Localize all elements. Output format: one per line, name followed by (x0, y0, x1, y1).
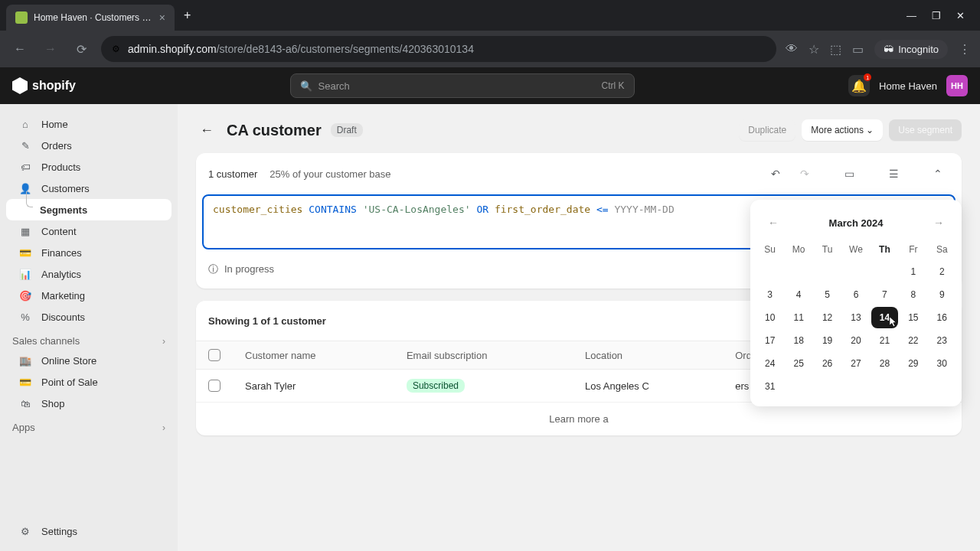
avatar[interactable]: HH (946, 75, 968, 96)
store-name[interactable]: Home Haven (879, 80, 937, 92)
calendar-day-7[interactable]: 7 (871, 284, 898, 305)
extensions-icon[interactable]: ⬚ (830, 42, 841, 57)
close-window-button[interactable]: ✕ (956, 10, 965, 21)
calendar-day-23[interactable]: 23 (929, 330, 956, 351)
row-checkbox[interactable] (208, 380, 220, 392)
calendar-day-8[interactable]: 8 (900, 284, 926, 305)
calendar-day-25[interactable]: 25 (785, 353, 812, 374)
sidebar-item-label: Online Store (41, 355, 96, 367)
learn-more-link[interactable]: Learn more a (196, 403, 962, 435)
calendar-day-30[interactable]: 30 (929, 353, 956, 374)
browser-tab[interactable]: Home Haven · Customers · Sho × (6, 5, 175, 31)
undo-button[interactable]: ↶ (764, 162, 787, 185)
panel-icon[interactable]: ▭ (852, 42, 864, 57)
sidebar-item-products[interactable]: 🏷Products (6, 156, 172, 178)
sidebar-item-shop[interactable]: 🛍Shop (6, 393, 172, 414)
reload-button[interactable]: ⟳ (70, 38, 92, 60)
channel-icon: 🛍 (18, 396, 32, 410)
sidebar-item-settings[interactable]: ⚙ Settings (6, 520, 172, 542)
bookmark-icon[interactable]: ☆ (808, 42, 819, 57)
calendar-day-13[interactable]: 13 (842, 307, 869, 328)
shopify-logo[interactable]: shopify (12, 77, 76, 94)
calendar-day-26[interactable]: 26 (814, 353, 841, 374)
logo-icon (12, 77, 28, 94)
calendar-day-12[interactable]: 12 (814, 307, 841, 328)
column-header: Location (573, 341, 723, 370)
calendar-day-18[interactable]: 18 (785, 330, 812, 351)
calendar-day-20[interactable]: 20 (842, 330, 869, 351)
calendar-day-14[interactable]: 14 (871, 307, 898, 328)
sidebar-item-content[interactable]: ▦Content (6, 220, 172, 242)
search-placeholder: Search (318, 80, 350, 92)
next-month-button[interactable]: → (929, 214, 948, 232)
search-input[interactable]: 🔍 Search Ctrl K (290, 73, 635, 98)
sidebar-item-label: Shop (41, 398, 64, 409)
calendar-day-11[interactable]: 11 (785, 307, 812, 328)
sidebar: ⌂Home✎Orders🏷Products👤CustomersSegments▦… (0, 104, 178, 551)
redo-button[interactable]: ↷ (793, 162, 816, 185)
kebab-menu-icon[interactable]: ⋮ (959, 42, 971, 57)
sidebar-item-online-store[interactable]: 🏬Online Store (6, 350, 172, 371)
filter-button[interactable]: ☰ (882, 162, 905, 185)
calendar-day-27[interactable]: 27 (842, 353, 869, 374)
tab-close-icon[interactable]: × (159, 11, 165, 24)
sidebar-item-discounts[interactable]: %Discounts (6, 306, 172, 328)
calendar-day-16[interactable]: 16 (929, 307, 956, 328)
calendar-day-29[interactable]: 29 (900, 353, 926, 374)
cell-location: Los Angeles C (573, 370, 723, 403)
new-tab-button[interactable]: + (184, 8, 191, 22)
url-domain: admin.shopify.com (128, 43, 217, 55)
sidebar-item-orders[interactable]: ✎Orders (6, 135, 172, 156)
calendar-day-4[interactable]: 4 (785, 284, 812, 305)
url-path: /store/de8143-a6/customers/segments/4203… (217, 43, 474, 55)
sales-channels-header[interactable]: Sales channels › (0, 328, 178, 350)
calendar-day-6[interactable]: 6 (842, 284, 869, 305)
calendar-day-22[interactable]: 22 (900, 330, 926, 351)
sidebar-item-segments[interactable]: Segments (6, 199, 172, 220)
chevron-right-icon: › (162, 422, 165, 433)
calendar-day-10[interactable]: 10 (756, 307, 783, 328)
url-bar[interactable]: ⚙ admin.shopify.com/store/de8143-a6/cust… (101, 36, 776, 62)
collapse-button[interactable]: ⌃ (926, 162, 949, 185)
back-button[interactable]: ← (9, 38, 31, 60)
prev-month-button[interactable]: ← (764, 214, 782, 232)
forward-button[interactable]: → (40, 38, 61, 60)
calendar-day-9[interactable]: 9 (929, 284, 956, 305)
maximize-button[interactable]: ❐ (932, 10, 941, 21)
duplicate-button[interactable]: Duplicate (739, 119, 795, 141)
notifications-button[interactable]: 🔔 1 (848, 75, 870, 96)
minimize-button[interactable]: — (906, 10, 916, 21)
sidebar-item-finances[interactable]: 💳Finances (6, 242, 172, 263)
calendar-day-21[interactable]: 21 (871, 330, 898, 351)
more-actions-button[interactable]: More actions ⌄ (802, 119, 883, 141)
sidebar-item-label: Content (41, 226, 77, 237)
calendar-day-15[interactable]: 15 (900, 307, 926, 328)
calendar-day-5[interactable]: 5 (814, 284, 841, 305)
apps-label: Apps (12, 422, 35, 433)
apps-header[interactable]: Apps › (0, 414, 178, 436)
more-actions-label: More actions (811, 125, 864, 135)
products-icon: 🏷 (18, 160, 32, 174)
sidebar-item-point-of-sale[interactable]: 💳Point of Sale (6, 371, 172, 393)
select-all-checkbox[interactable] (208, 349, 220, 361)
calendar-day-2[interactable]: 2 (929, 261, 956, 282)
bell-icon: 🔔 (851, 79, 867, 93)
calendar-day-1[interactable]: 1 (900, 261, 926, 282)
calendar-day-31[interactable]: 31 (756, 376, 783, 397)
calendar-day-28[interactable]: 28 (871, 353, 898, 374)
gear-icon: ⚙ (18, 524, 32, 538)
template-button[interactable]: ▭ (838, 162, 861, 185)
use-segment-button[interactable]: Use segment (889, 119, 962, 141)
calendar-day-3[interactable]: 3 (756, 284, 783, 305)
calendar-day-17[interactable]: 17 (756, 330, 783, 351)
sidebar-item-marketing[interactable]: 🎯Marketing (6, 285, 172, 306)
incognito-label: Incognito (898, 44, 939, 55)
calendar-day-19[interactable]: 19 (814, 330, 841, 351)
calendar-day-24[interactable]: 24 (756, 353, 783, 374)
sidebar-item-analytics[interactable]: 📊Analytics (6, 263, 172, 285)
customer-count: 1 customer (208, 168, 257, 180)
back-arrow-button[interactable]: ← (196, 119, 217, 141)
sidebar-item-home[interactable]: ⌂Home (6, 113, 172, 135)
eye-off-icon[interactable]: 👁 (786, 42, 798, 56)
site-info-icon[interactable]: ⚙ (112, 44, 120, 54)
